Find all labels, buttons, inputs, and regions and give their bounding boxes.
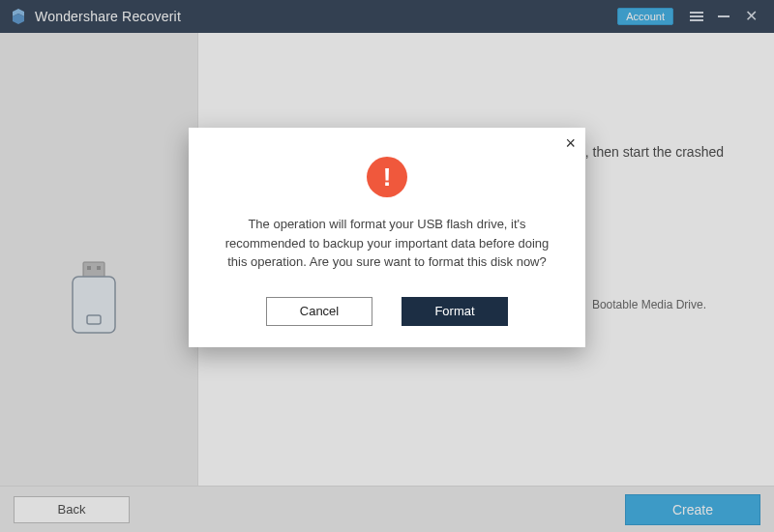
dialog-message: The operation will format your USB flash… (222, 215, 552, 272)
format-button[interactable]: Format (402, 297, 508, 326)
format-confirm-dialog: × ! The operation will format your USB f… (189, 128, 585, 347)
modal-overlay: × ! The operation will format your USB f… (0, 0, 774, 532)
cancel-button[interactable]: Cancel (266, 297, 372, 326)
app-window: Wondershare Recoverit Account ✕ rive, th… (0, 0, 774, 532)
dialog-button-row: Cancel Format (212, 297, 562, 326)
close-icon[interactable]: × (565, 133, 576, 154)
warning-icon: ! (367, 157, 407, 197)
